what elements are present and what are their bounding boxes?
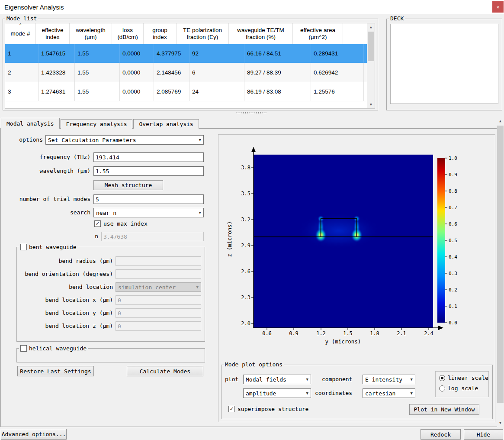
column-header-effective-index[interactable]: effective index xyxy=(36,23,70,44)
bent-waveguide-checkbox[interactable] xyxy=(20,244,27,250)
helical-waveguide-checkbox[interactable] xyxy=(20,345,27,352)
column-header-effective-area[interactable]: effective area (µm^2) xyxy=(293,23,343,44)
cell: 89.27 / 88.39 xyxy=(244,63,311,82)
chevron-down-icon: ▼ xyxy=(199,138,201,142)
bend-location-y-label: bend location y (µm) xyxy=(17,308,113,318)
scroll-thumb[interactable] xyxy=(368,32,374,61)
column-header-group-index[interactable]: group index xyxy=(144,23,177,44)
column-header-te-polarization[interactable]: TE polarization fraction (Ey) xyxy=(177,23,229,44)
mode-row-2[interactable]: 2 1.423328 1.55 0.0000 2.148456 6 89.27 … xyxy=(5,63,367,82)
restore-last-settings-button[interactable]: Restore Last Settings xyxy=(17,366,94,376)
x-tick: 0.6 xyxy=(262,330,272,336)
cell: 1.274631 xyxy=(39,82,75,101)
bend-location-z-label: bend location z (µm) xyxy=(17,321,113,331)
use-max-index-row: use max index xyxy=(94,220,148,227)
column-header-mode[interactable]: ^mode # xyxy=(5,23,36,44)
window-title: Eigensolver Analysis xyxy=(4,3,64,11)
bend-location-y-input xyxy=(116,308,201,318)
analysis-tabs: Modal analysis Frequency analysis Overla… xyxy=(1,118,200,129)
hide-button[interactable]: Hide xyxy=(464,429,503,440)
mode-row-1[interactable]: 1 1.547615 1.55 0.0000 4.377975 92 66.16… xyxy=(5,44,367,63)
log-scale-radio[interactable] xyxy=(439,385,445,391)
linear-scale-label: linear scale xyxy=(448,375,488,381)
y-tick: 3.5 xyxy=(241,191,250,197)
plot-in-new-window-button[interactable]: Plot in New Window xyxy=(409,404,479,415)
search-select[interactable]: near n▼ xyxy=(93,208,204,217)
scroll-down-icon[interactable]: ▼ xyxy=(497,419,504,427)
scroll-up-icon[interactable]: ▲ xyxy=(497,117,504,125)
x-tick: 2.4 xyxy=(424,330,433,336)
column-header-filler xyxy=(343,23,367,44)
tab-overlap-analysis[interactable]: Overlap analysis xyxy=(133,119,199,129)
scroll-up-icon[interactable]: ▲ xyxy=(367,23,375,31)
column-header-wavelength[interactable]: wavelength (µm) xyxy=(70,23,112,44)
colorbar-tick: 0.3 xyxy=(449,271,457,276)
scroll-track[interactable] xyxy=(367,31,375,101)
sort-ascending-icon: ^ xyxy=(19,23,22,27)
modal-analysis-panel: options Set Calculation Parameters▼ freq… xyxy=(0,128,497,427)
mode-list-group: Mode list ^mode # effective index wavele… xyxy=(3,16,378,110)
frequency-input[interactable] xyxy=(93,152,204,162)
coordinates-select[interactable]: cartesian▼ xyxy=(363,388,415,398)
tab-modal-analysis[interactable]: Modal analysis xyxy=(1,118,60,129)
amplitude-select[interactable]: amplitude▼ xyxy=(243,388,311,398)
superimpose-structure-row: superimpose structure xyxy=(228,406,308,412)
mode-list-label: Mode list xyxy=(6,16,37,22)
colorbar xyxy=(437,158,445,323)
advanced-options-button[interactable]: Advanced options... xyxy=(1,429,67,440)
colorbar-tick: 0.6 xyxy=(449,221,457,227)
plot-select[interactable]: Modal fields▼ xyxy=(243,375,311,384)
linear-scale-option[interactable]: linear scale xyxy=(439,375,488,381)
chevron-down-icon: ▼ xyxy=(306,377,308,382)
tab-frequency-analysis[interactable]: Frequency analysis xyxy=(61,119,133,129)
bend-orientation-input xyxy=(116,269,201,279)
mode-plot-options-label: Mode plot options xyxy=(225,362,282,368)
cell: 6 xyxy=(189,63,244,82)
bend-radius-input xyxy=(116,256,201,266)
column-header-waveguide-tetm[interactable]: waveguide TE/TM fraction (%) xyxy=(229,23,293,44)
page-scrollbar[interactable]: ▲ ▼ xyxy=(497,117,504,427)
superimpose-structure-checkbox[interactable] xyxy=(228,406,235,412)
deck-panel[interactable] xyxy=(390,24,498,104)
cell: 0.626942 xyxy=(311,63,364,82)
title-bar: Eigensolver Analysis ✕ xyxy=(0,0,504,14)
options-select[interactable]: Set Calculation Parameters▼ xyxy=(45,135,204,145)
mesh-structure-button[interactable]: Mesh structure xyxy=(93,180,163,190)
mode-row-3[interactable]: 3 1.274631 1.55 0.0000 2.085769 24 86.19… xyxy=(5,82,367,101)
scroll-thumb[interactable] xyxy=(497,126,504,403)
y-axis-label: z (microns) xyxy=(226,221,233,257)
cell: 4.377975 xyxy=(154,44,189,63)
cell: 2 xyxy=(5,63,39,82)
scale-radio-group: linear scale log scale xyxy=(435,371,489,397)
log-scale-option[interactable]: log scale xyxy=(439,385,478,391)
plot-panel: 3.8 3.5 3.2 2.9 2.6 2.3 2.0 0.6 0.9 1.2 … xyxy=(218,134,495,422)
mode-field-plot: 3.8 3.5 3.2 2.9 2.6 2.3 2.0 0.6 0.9 1.2 … xyxy=(225,146,493,347)
use-max-index-checkbox[interactable] xyxy=(94,220,101,227)
y-tick: 2.9 xyxy=(241,243,250,249)
cell: 0.0000 xyxy=(120,44,154,63)
close-icon[interactable]: ✕ xyxy=(492,1,504,13)
redock-button[interactable]: Redock xyxy=(421,429,461,440)
options-label: options xyxy=(1,135,43,145)
calculate-modes-button[interactable]: Calculate Modes xyxy=(127,366,203,376)
cell: 1.547615 xyxy=(39,44,75,63)
colorbar-tick: 0.9 xyxy=(449,172,457,178)
search-label: search xyxy=(1,208,90,217)
colorbar-tick: 0.8 xyxy=(449,188,457,194)
column-header-loss[interactable]: loss (dB/cm) xyxy=(112,23,144,44)
component-select[interactable]: E intensity▼ xyxy=(363,375,415,384)
scroll-track[interactable] xyxy=(497,125,504,419)
scroll-down-icon[interactable]: ▼ xyxy=(367,101,375,108)
wavelength-input[interactable] xyxy=(93,166,204,176)
splitter-handle[interactable] xyxy=(236,112,267,114)
cell: 0.0000 xyxy=(120,63,154,82)
trial-modes-input[interactable] xyxy=(93,194,204,204)
deck-label: DECK xyxy=(390,16,404,22)
colorbar-tick: 0.1 xyxy=(449,304,457,309)
table-scrollbar[interactable]: ▲ ▼ xyxy=(367,23,375,108)
linear-scale-radio[interactable] xyxy=(439,375,445,381)
cell: 2.148456 xyxy=(154,63,189,82)
x-tick: 1.8 xyxy=(370,330,379,336)
bend-location-x-input xyxy=(116,295,201,305)
cell xyxy=(364,44,367,63)
